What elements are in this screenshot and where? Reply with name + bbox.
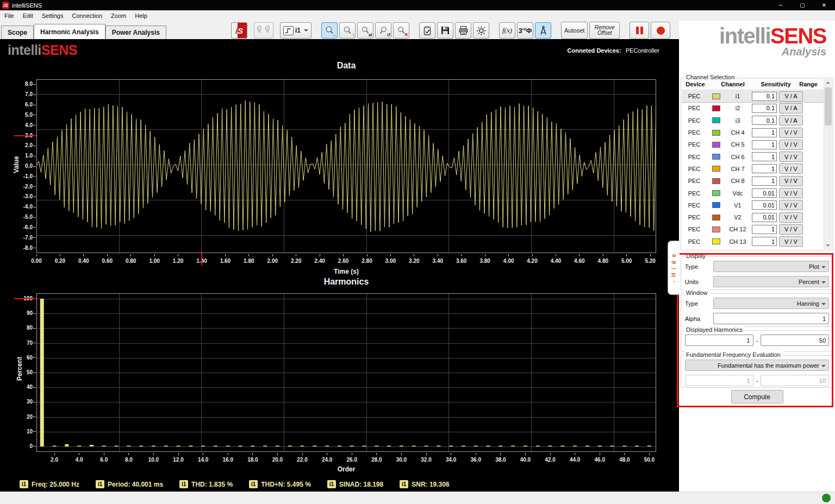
window-type-dropdown[interactable]: Hanning (713, 298, 829, 309)
x-tick-label: 0.80 (126, 258, 136, 264)
channel-row-ch13[interactable]: PECCH 13V / V (682, 236, 824, 248)
three-phase-button[interactable]: 3rdΦ (517, 22, 533, 39)
autoset-button[interactable]: Autoset (561, 22, 588, 39)
channel-row-ch7[interactable]: PECCH 7V / V (682, 163, 824, 175)
sensitivity-input[interactable] (752, 177, 777, 186)
compute-button[interactable]: Compute (731, 390, 783, 404)
window-alpha-input[interactable]: 1 (713, 313, 829, 324)
data-chart-canvas[interactable] (36, 79, 656, 253)
sensitivity-input[interactable] (752, 225, 777, 234)
channel-row-ch6[interactable]: PECCH 6V / V (682, 150, 824, 162)
sensitivity-input[interactable] (752, 237, 777, 246)
channel-row-v2[interactable]: PECV2V / V (682, 211, 824, 223)
app-logo-button[interactable]: iS (231, 22, 247, 39)
channel-row-ch4[interactable]: PECCH 4V / V (682, 127, 824, 138)
zoom-y-button[interactable]: ↕ (339, 22, 356, 39)
harmonics-chart-canvas[interactable] (36, 293, 656, 452)
menu-help[interactable]: Help (130, 10, 152, 21)
range-unit-button[interactable]: V / V (779, 224, 803, 235)
harmonics-from-input[interactable]: 1 (685, 335, 753, 346)
data-y-cursor-marker[interactable] (14, 135, 36, 136)
zoom-x-button[interactable]: ↔ (321, 22, 338, 39)
display-units-dropdown[interactable]: Percent (713, 276, 829, 287)
range-unit-button[interactable]: V / V (779, 236, 803, 247)
measure-compass-button[interactable] (535, 22, 551, 39)
channel-row-vdc[interactable]: PECVdcV / V (682, 187, 824, 199)
sensitivity-input[interactable] (752, 92, 777, 101)
display-type-dropdown[interactable]: Plot (713, 261, 829, 272)
range-unit-button[interactable]: V / A (779, 91, 803, 102)
channel-row-ch8[interactable]: PECCH 8V / V (682, 175, 824, 187)
channel-name-cell: CH 12 (724, 226, 752, 232)
sensitivity-input[interactable] (752, 140, 777, 149)
x-tick-label: 38.0 (495, 457, 506, 463)
save-button[interactable] (437, 22, 453, 39)
range-unit-button[interactable]: V / A (779, 103, 803, 114)
sensitivity-input[interactable] (752, 152, 777, 161)
channel-row-ch5[interactable]: PECCH 5V / V (682, 138, 824, 150)
harmonics-y-cursor-marker[interactable] (14, 298, 36, 299)
menu-settings[interactable]: Settings (38, 10, 68, 21)
fundamental-method-dropdown[interactable]: Fundamental has the maximum power (685, 360, 829, 371)
data-x-cursor-marker[interactable] (201, 253, 202, 266)
range-unit-button[interactable]: V / V (779, 212, 803, 223)
sensitivity-input[interactable] (752, 116, 777, 125)
range-unit-button[interactable]: V / V (779, 140, 803, 150)
menu-file[interactable]: File (0, 10, 18, 21)
channel-row-v1[interactable]: PECV1V / V (682, 199, 824, 211)
channel-name-cell: V1 (724, 202, 752, 209)
x-tick (104, 453, 104, 455)
channel-row-i2[interactable]: PECi2V / A (682, 102, 824, 114)
sensitivity-input[interactable] (752, 200, 777, 210)
menu-edit[interactable]: Edit (18, 10, 38, 21)
marker-pins-button[interactable]: 1 2 (254, 22, 273, 39)
copy-clipboard-button[interactable] (419, 22, 435, 39)
channel-row-ch12[interactable]: PECCH 12V / V (682, 223, 824, 235)
x-tick-label: 1.60 (220, 258, 230, 264)
scroll-up-icon[interactable] (826, 81, 830, 84)
harmonics-to-input[interactable]: 50 (761, 335, 829, 346)
sensitivity-input[interactable] (752, 213, 777, 222)
tab-harmonic-analysis[interactable]: Harmonic Analysis (34, 24, 105, 39)
sensitivity-input[interactable] (752, 128, 777, 137)
zoom-previous-button[interactable]: ↺ (375, 22, 391, 39)
tab-scope[interactable]: Scope (1, 26, 34, 39)
brightness-button[interactable] (473, 22, 489, 39)
maximize-button[interactable]: ▢ (792, 0, 813, 10)
function-button[interactable]: f(x) (499, 22, 515, 39)
hide-panel-tab[interactable]: - H i d e (668, 241, 680, 295)
range-unit-button[interactable]: V / V (779, 188, 803, 198)
sensitivity-input[interactable] (752, 188, 777, 198)
fundamental-from-input[interactable]: 1 (685, 375, 753, 386)
remove-offset-button[interactable]: RemoveOffset (589, 22, 620, 39)
range-unit-button[interactable]: V / V (779, 163, 803, 174)
close-button[interactable]: ✕ (813, 0, 835, 10)
channel-row-i1[interactable]: PECi1V / A (682, 90, 824, 102)
menu-zoom[interactable]: Zoom (107, 10, 130, 21)
channel-row-i3[interactable]: PECi3V / A (682, 115, 824, 127)
print-button[interactable] (455, 22, 471, 39)
sensitivity-input[interactable] (752, 164, 777, 173)
tab-power-analysis[interactable]: Power Analysis (105, 26, 166, 39)
menu-connection[interactable]: Connection (67, 10, 107, 21)
range-unit-button[interactable]: V / A (779, 115, 803, 125)
minimize-button[interactable]: ─ (770, 0, 792, 10)
zoom-fit-button[interactable]: ⇄ (357, 22, 373, 39)
y-tick (33, 237, 36, 238)
range-unit-button[interactable]: V / V (779, 128, 803, 138)
fundamental-to-input[interactable]: 10 (761, 375, 829, 386)
range-unit-button[interactable]: V / V (779, 200, 803, 210)
scroll-down-icon[interactable] (826, 244, 830, 247)
zoom-cancel-button[interactable]: ✕ (393, 22, 409, 39)
signal-selector[interactable]: i1 (280, 22, 311, 39)
channel-color-swatch (712, 130, 720, 136)
record-button[interactable] (651, 22, 670, 39)
range-unit-button[interactable]: V / V (779, 152, 803, 162)
range-unit-button[interactable]: V / V (779, 176, 803, 186)
y-tick-label: 30 (11, 399, 33, 405)
scrollbar-thumb[interactable] (825, 87, 832, 125)
x-tick (603, 254, 603, 256)
channel-table-scrollbar[interactable] (824, 79, 832, 249)
pause-button[interactable] (630, 22, 649, 39)
sensitivity-input[interactable] (752, 104, 777, 113)
